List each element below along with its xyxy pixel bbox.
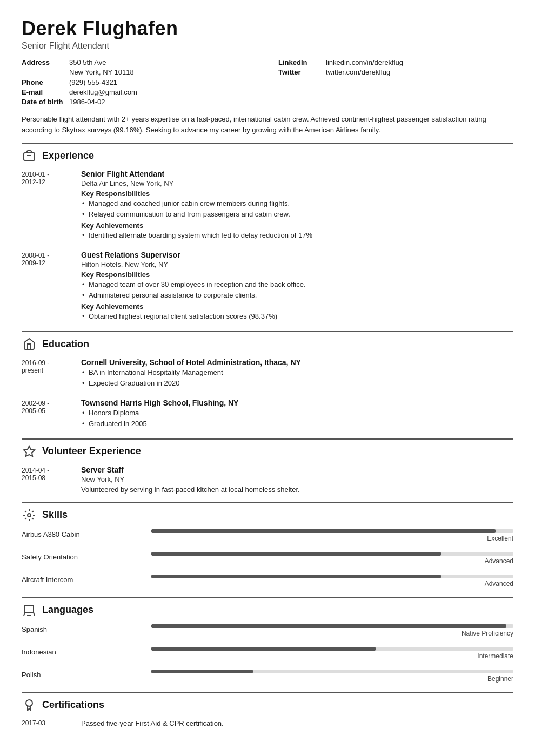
list-item: Expected Graduation in 2020 [81,379,513,388]
certifications-list: 2017-03 Passed five-year First Aid & CPR… [22,719,513,727]
list-item: BA in International Hospitality Manageme… [81,368,513,377]
twitter-value: twitter.com/derekflug [326,68,390,76]
education-section-header: Education [22,331,513,352]
linkedin-value: linkedin.com/in/derekflug [326,58,403,66]
languages-title: Languages [42,604,93,616]
svg-rect-0 [24,153,35,160]
volunteer-title: Volunteer Experience [42,446,141,457]
certifications-section-header: Certifications [22,692,513,713]
entry-body: Townsend Harris High School, Flushing, N… [81,399,513,430]
list-item: Administered personal assistance to corp… [81,291,513,300]
entry-date: 2016-09 -present [22,358,76,389]
language-level: Beginner [487,675,513,683]
skill-bar-area: Excellent [151,529,513,542]
language-bar-track [151,670,513,673]
language-bar-area: Intermediate [151,647,513,660]
experience-icon [22,148,37,163]
cert-row: 2017-03 Passed five-year First Aid & CPR… [22,719,513,727]
skill-bar-fill [151,575,441,578]
entry-date: 2010-01 -2012-12 [22,170,76,242]
resume-name: Derek Flughafen [22,17,513,40]
entry-date: 2002-09 -2005-05 [22,399,76,430]
volunteer-list: 2014-04 -2015-08 Server Staff New York, … [22,465,513,494]
entry-body: Cornell University, School of Hotel Admi… [81,358,513,389]
skill-bar-fill [151,552,441,556]
entry-org: New York, NY [81,475,513,483]
phone-label: Phone [22,78,65,86]
address-line1: 350 5th Ave [69,58,106,66]
certifications-title: Certifications [42,699,104,711]
entry-title: Server Staff [81,465,513,474]
skill-level: Excellent [487,535,513,542]
volunteer-desc: Volunteered by serving in fast-paced kit… [81,485,513,494]
experience-list: 2010-01 -2012-12 Senior Flight Attendant… [22,170,513,322]
address-label: Address [22,58,65,66]
skill-name: Airbus A380 Cabin [22,529,141,538]
skills-icon [22,508,37,523]
experience-entry: 2010-01 -2012-12 Senior Flight Attendant… [22,170,513,242]
entry-date: 2008-01 -2009-12 [22,251,76,323]
skill-bar-fill [151,529,496,533]
skills-section-header: Skills [22,502,513,523]
skill-bar-track [151,575,513,578]
list-item: Managed and coached junior cabin crew me… [81,199,513,208]
languages-icon [22,603,37,618]
entry-body: Guest Relations Supervisor Hilton Hotels… [81,251,513,323]
language-level: Native Proficiency [462,630,513,637]
skills-title: Skills [42,509,68,521]
dob-label: Date of birth [22,98,65,106]
skill-row: Aircraft Intercom Advanced [22,575,513,588]
twitter-label: Twitter [278,68,322,76]
education-list: 2016-09 -present Cornell University, Sch… [22,358,513,430]
skill-bar-area: Advanced [151,552,513,565]
entry-title: Senior Flight Attendant [81,170,513,178]
edu-bullets: BA in International Hospitality Manageme… [81,368,513,388]
cert-desc: Passed five-year First Aid & CPR certifi… [81,719,513,727]
education-title: Education [42,339,89,350]
language-name: Polish [22,670,141,679]
responsibilities-list: Managed team of over 30 employees in rec… [81,280,513,300]
experience-section-header: Experience [22,143,513,163]
language-bar-area: Beginner [151,670,513,683]
language-bar-area: Native Proficiency [151,624,513,637]
dob-value: 1986-04-02 [69,98,105,106]
summary-text: Personable flight attendant with 2+ year… [22,114,513,135]
edu-bullets: Honors DiplomaGraduated in 2005 [81,408,513,429]
language-bar-fill [151,670,253,673]
experience-entry: 2008-01 -2009-12 Guest Relations Supervi… [22,251,513,323]
skill-row: Airbus A380 Cabin Excellent [22,529,513,542]
entry-org: Hilton Hotels, New York, NY [81,260,513,268]
entry-title: Townsend Harris High School, Flushing, N… [81,399,513,407]
entry-body: Senior Flight Attendant Delta Air Lines,… [81,170,513,242]
svg-point-4 [28,514,31,517]
language-row: Polish Beginner [22,670,513,683]
experience-title: Experience [42,150,94,161]
entry-date: 2014-04 -2015-08 [22,465,76,494]
phone-value: (929) 555-4321 [69,78,117,86]
volunteer-entry: 2014-04 -2015-08 Server Staff New York, … [22,465,513,494]
skill-bar-area: Advanced [151,575,513,588]
education-entry: 2016-09 -present Cornell University, Sch… [22,358,513,389]
achievements-label: Key Achievements [81,221,513,230]
skill-level: Advanced [485,557,513,565]
contact-grid: Address 350 5th Ave New York, NY 10118 P… [22,58,513,107]
skill-row: Safety Orientation Advanced [22,552,513,565]
skill-bar-track [151,529,513,533]
achievements-list: Identified alternate boarding system whi… [81,231,513,240]
svg-marker-3 [24,446,35,456]
email-value: derekflug@gmail.com [69,88,137,96]
languages-section-header: Languages [22,597,513,618]
volunteer-icon [22,444,37,459]
entry-title: Guest Relations Supervisor [81,251,513,259]
entry-org: Delta Air Lines, New York, NY [81,179,513,187]
language-bar-fill [151,624,506,628]
responsibilities-label: Key Responsibilities [81,190,513,198]
entry-title: Cornell University, School of Hotel Admi… [81,358,513,367]
responsibilities-label: Key Responsibilities [81,271,513,279]
volunteer-section-header: Volunteer Experience [22,438,513,459]
achievements-list: Obtained highest regional client satisfa… [81,312,513,321]
skill-level: Advanced [485,580,513,588]
language-level: Intermediate [477,652,513,660]
linkedin-label: LinkedIn [278,58,322,66]
list-item: Managed team of over 30 employees in rec… [81,280,513,289]
